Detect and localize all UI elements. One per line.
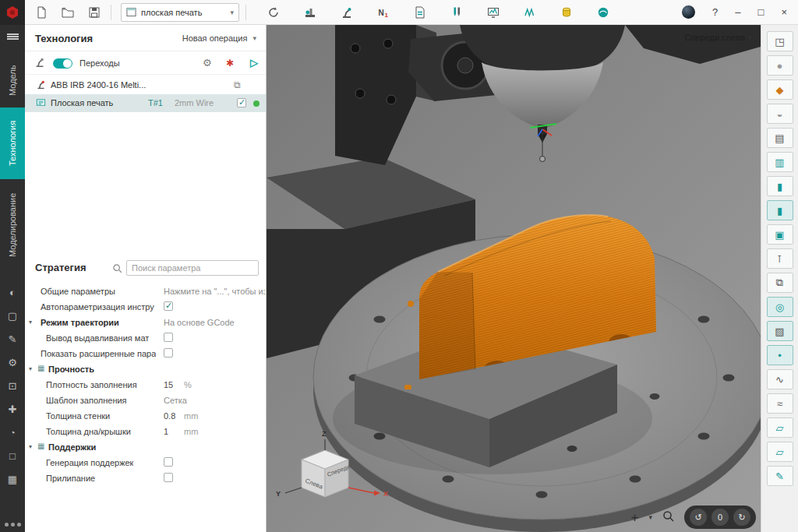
collision-globe-icon[interactable] [593, 2, 613, 23]
toolpath-wave-icon[interactable] [520, 2, 540, 23]
operation-type-value: плоская печать [141, 8, 202, 17]
strategy-title: Стратегия [35, 262, 87, 273]
frame-icon[interactable]: □ [4, 447, 21, 464]
toolpath-swirl-icon[interactable]: ◎ [767, 297, 793, 317]
strategy-header: Стратегия [25, 259, 266, 279]
viewport-controls: + ▾ ↺ 0 ↻ [631, 506, 756, 529]
selection-box-icon[interactable]: ▢ [4, 307, 21, 324]
param-row[interactable]: ▾ ▦ Шаблон заполнения Сетка [25, 393, 266, 408]
rotate-ccw-button[interactable]: ↺ [690, 509, 707, 526]
run-operation-button[interactable]: ▷ [250, 57, 258, 69]
workpiece-icon[interactable]: ◒ [767, 104, 793, 124]
draw-pencil-icon[interactable]: ✎ [767, 466, 793, 486]
chevron-down-icon: ▾ [748, 34, 751, 41]
stock-result-icon[interactable]: ▮ [767, 200, 793, 220]
close-button[interactable]: × [781, 6, 787, 18]
tree-row-robot[interactable]: ABB IRB 2400-16 Melti... ⧉ [25, 76, 266, 94]
zoom-in-button[interactable]: + [631, 511, 639, 524]
param-row[interactable]: ▾ ▦ Показать расширенные пара [25, 346, 266, 361]
spline-icon[interactable]: ∿ [767, 369, 793, 389]
sphere-view-icon[interactable]: ◐ [4, 284, 21, 301]
copy-sheets-icon[interactable]: ⧉ [767, 273, 793, 293]
chevron-down-icon[interactable]: ▾ [648, 513, 652, 521]
tab-technology[interactable]: Технология [0, 107, 25, 179]
new-operation-dropdown[interactable]: Новая операция ▾ [182, 33, 256, 43]
help-button[interactable]: ? [712, 6, 718, 18]
menu-hamburger-icon[interactable] [0, 25, 25, 48]
gear-icon[interactable]: ⚙ [203, 57, 212, 69]
machine-setup-icon[interactable] [300, 2, 320, 23]
param-checkbox[interactable] [164, 301, 173, 311]
magnifier-icon[interactable] [662, 510, 674, 525]
minimize-button[interactable]: – [735, 6, 740, 18]
stock-cylinder-icon[interactable] [556, 2, 577, 23]
export-box-icon[interactable]: ⊡ [4, 377, 21, 394]
svg-text:N: N [379, 8, 384, 16]
measure-icon[interactable]: ◔ [4, 424, 21, 441]
gcode-document-icon[interactable] [410, 2, 430, 23]
app-logo[interactable] [0, 0, 25, 25]
3d-scene[interactable]: Слева Спереди X Y Z [267, 25, 761, 532]
status-green-dot [253, 100, 260, 107]
robot-icon[interactable] [337, 2, 357, 23]
fixture-icon[interactable]: ▤ [767, 128, 793, 148]
shaded-sphere-icon[interactable]: ● [767, 55, 793, 76]
operation-type-dropdown[interactable]: плоская печать ▾ [121, 3, 239, 22]
view-orientation-icon[interactable]: ◳ [767, 31, 793, 51]
parameter-search-input[interactable] [126, 260, 259, 276]
sketch-pencil-icon[interactable]: ✎ [4, 330, 21, 347]
hatch-pattern-icon[interactable]: ▨ [767, 321, 793, 341]
tab-simulation[interactable]: Моделирование [0, 179, 25, 271]
settings-gear-icon[interactable]: ⚙ [4, 354, 21, 371]
model-part-icon[interactable]: ◆ [767, 79, 793, 100]
home-zero-button[interactable]: 0 [711, 509, 729, 526]
tools-icon[interactable] [447, 2, 467, 23]
wave-icon[interactable]: ≈ [767, 393, 793, 414]
param-row[interactable]: ▾ ▦ Плотность заполнения 15 % [25, 377, 266, 393]
3d-viewport[interactable]: Слева Спереди X Y Z Спереди слева ▾ + ▾ [267, 25, 761, 532]
stock-cylinder-icon[interactable]: ▮ [767, 176, 793, 196]
param-row[interactable]: ▾ ▦ Толщина дна/крышки 1 mm [25, 424, 266, 439]
service-tools-icon[interactable]: ✚ [4, 400, 21, 417]
part-teal-icon[interactable]: ▣ [767, 224, 793, 245]
maximize-button[interactable]: □ [758, 6, 764, 18]
axis-z-label: Z [322, 430, 327, 438]
param-row[interactable]: ▾ ▦ Автопараметризация инстру [25, 299, 266, 315]
grid-icon[interactable]: ▦ [4, 470, 21, 488]
save-icon[interactable] [84, 2, 104, 23]
param-checkbox[interactable] [164, 473, 173, 482]
probe-tool-icon[interactable]: ⊺ [767, 248, 793, 269]
transitions-toggle[interactable] [53, 58, 72, 69]
view-orientation-selector[interactable]: Спереди слева ▾ [684, 33, 751, 42]
param-row[interactable]: ▾ ▦ Режим траектории На основе GCode [25, 315, 266, 330]
tree-node-label: Плоская печать [51, 98, 113, 107]
tree-row-flat-print[interactable]: Плоская печать T#1 2mm Wire [25, 94, 266, 112]
sync-icon[interactable] [263, 2, 284, 23]
operation-enabled-checkbox[interactable] [237, 98, 246, 107]
param-checkbox[interactable] [164, 333, 173, 342]
machining-advisor-icon[interactable]: ✱ [226, 58, 234, 69]
new-document-icon[interactable] [31, 2, 51, 23]
copy-sheets-icon[interactable]: ⧉ [234, 79, 241, 90]
rotate-cw-button[interactable]: ↻ [733, 509, 750, 526]
open-folder-icon[interactable] [58, 2, 78, 23]
status-orb-icon[interactable] [682, 5, 695, 19]
param-checkbox[interactable] [164, 457, 173, 467]
simulation-monitor-icon[interactable] [483, 2, 503, 23]
left-tab-strip: Модель Технология Моделирование ◐ ▢ ✎ ⚙ … [0, 25, 25, 532]
point-icon[interactable]: • [767, 345, 793, 365]
param-row[interactable]: ▾ ▦ Толщина стенки 0.8 mm [25, 408, 266, 424]
mesh-surface-icon[interactable]: ▱ [767, 442, 793, 462]
tab-model[interactable]: Модель [0, 53, 25, 107]
search-icon [112, 263, 122, 275]
param-checkbox[interactable] [164, 348, 173, 358]
param-row[interactable]: ▾ ▦ Поддержки [25, 439, 266, 455]
holder-icon[interactable]: ▥ [767, 152, 793, 172]
nc-program-icon[interactable]: N1 [373, 2, 394, 23]
surface-flag-icon[interactable]: ▱ [767, 417, 793, 438]
param-row[interactable]: ▾ ▦ Вывод выдавливания мат [25, 330, 266, 346]
param-row[interactable]: ▾ ▦ Прилипание [25, 470, 266, 486]
param-row[interactable]: ▾ ▦ Общие параметры Нажмите на "...", чт… [25, 284, 266, 299]
param-row[interactable]: ▾ ▦ Генерация поддержек [25, 455, 266, 470]
param-row[interactable]: ▾ ▦ Прочность [25, 361, 266, 377]
